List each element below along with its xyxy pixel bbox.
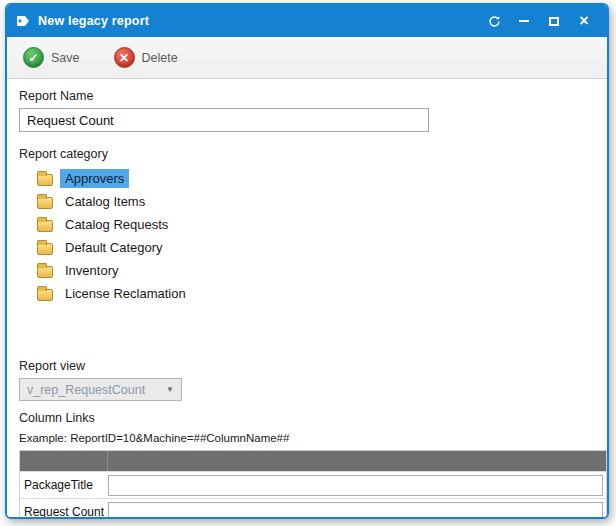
- report-category-label: Report category: [19, 147, 595, 161]
- save-button-label: Save: [51, 51, 80, 65]
- minimize-icon: [519, 20, 529, 22]
- tree-item-label: Catalog Requests: [60, 215, 173, 234]
- folder-icon: [37, 174, 53, 186]
- report-view-selected-value: v_rep_RequestCount: [27, 383, 145, 397]
- refresh-button[interactable]: [481, 10, 507, 32]
- header-cell-label: [20, 451, 108, 471]
- delete-button-label: Delete: [142, 51, 178, 65]
- folder-icon: [37, 220, 53, 232]
- delete-button[interactable]: ✕ Delete: [110, 44, 182, 71]
- window-title: New legacy report: [38, 14, 149, 28]
- header-cell-value: [108, 451, 606, 471]
- delete-x-icon: ✕: [114, 47, 135, 68]
- tree-item-catalog-items[interactable]: Catalog Items: [37, 190, 156, 213]
- packagetitle-input[interactable]: [108, 475, 603, 496]
- folder-icon: [37, 197, 53, 209]
- tree-item-catalog-requests[interactable]: Catalog Requests: [37, 213, 179, 236]
- form-content: Report Name Report category Approvers Ca…: [7, 79, 607, 519]
- request-count-input[interactable]: [108, 502, 603, 520]
- column-links-label: Column Links: [19, 411, 595, 425]
- window-new-legacy-report: New legacy report × ✓ Save ✕ Delete Repo…: [5, 3, 609, 519]
- column-links-example: Example: ReportID=10&Machine=##ColumnNam…: [19, 432, 595, 444]
- report-view-label: Report view: [19, 359, 595, 373]
- toolbar: ✓ Save ✕ Delete: [7, 37, 607, 79]
- folder-icon: [37, 266, 53, 278]
- report-name-input[interactable]: [19, 108, 429, 132]
- tree-item-label: Catalog Items: [60, 192, 150, 211]
- tree-item-inventory[interactable]: Inventory: [37, 259, 129, 282]
- tree-item-approvers[interactable]: Approvers: [37, 167, 135, 190]
- maximize-button[interactable]: [541, 10, 567, 32]
- row-label: Request Count: [20, 505, 108, 519]
- tree-item-default-category[interactable]: Default Category: [37, 236, 174, 259]
- tree-item-label: Default Category: [60, 238, 168, 257]
- refresh-icon: [488, 15, 501, 28]
- close-button[interactable]: ×: [571, 10, 597, 32]
- close-icon: ×: [579, 13, 588, 29]
- folder-icon: [37, 289, 53, 301]
- row-label: PackageTitle: [20, 478, 108, 492]
- column-links-table: PackageTitle Request Count: [19, 450, 607, 519]
- save-check-icon: ✓: [23, 47, 44, 68]
- tree-item-label: License Reclamation: [60, 284, 191, 303]
- table-row-request-count: Request Count: [20, 498, 606, 519]
- save-button[interactable]: ✓ Save: [19, 44, 84, 71]
- tree-item-license-reclamation[interactable]: License Reclamation: [37, 282, 197, 305]
- table-row-packagetitle: PackageTitle: [20, 471, 606, 498]
- tree-item-label: Inventory: [60, 261, 123, 280]
- report-view-select[interactable]: v_rep_RequestCount ▼: [19, 378, 182, 401]
- report-name-label: Report Name: [19, 89, 595, 103]
- chevron-down-icon: ▼: [166, 385, 174, 394]
- tree-item-label: Approvers: [60, 169, 129, 188]
- minimize-button[interactable]: [511, 10, 537, 32]
- column-links-table-header: [20, 451, 606, 471]
- maximize-icon: [549, 17, 559, 26]
- titlebar: New legacy report ×: [7, 5, 607, 37]
- report-icon: [15, 13, 31, 29]
- report-category-tree: Approvers Catalog Items Catalog Requests…: [37, 167, 595, 305]
- folder-icon: [37, 243, 53, 255]
